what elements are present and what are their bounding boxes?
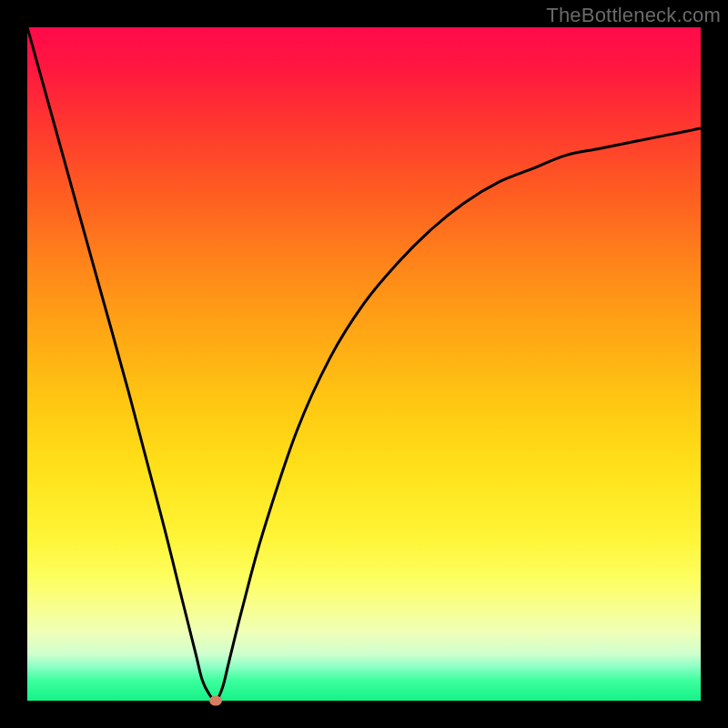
minimum-marker bbox=[209, 696, 222, 706]
curve-path bbox=[27, 27, 701, 701]
chart-frame: TheBottleneck.com bbox=[0, 0, 728, 728]
plot-area bbox=[27, 27, 701, 701]
bottleneck-curve bbox=[27, 27, 701, 701]
watermark-label: TheBottleneck.com bbox=[546, 4, 721, 27]
